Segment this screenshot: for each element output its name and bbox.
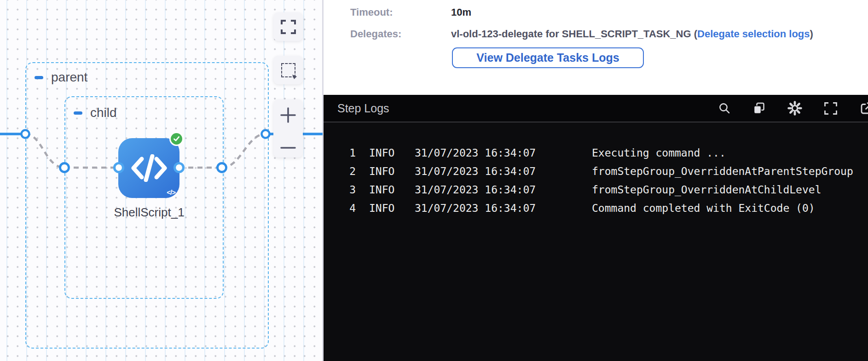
collapse-child-icon[interactable]	[74, 111, 82, 115]
log-message: Command completed with ExitCode (0)	[592, 199, 815, 217]
step-logs-console[interactable]: Step Logs	[324, 95, 868, 361]
parent-group-label: parent	[51, 70, 87, 85]
maximize-icon[interactable]	[823, 101, 838, 116]
search-icon[interactable]	[718, 102, 731, 115]
shellscript-step-node[interactable]: </>	[118, 138, 179, 198]
zoom-out-button[interactable]	[280, 146, 296, 150]
expand-icon	[280, 19, 296, 35]
step-logs-header: Step Logs	[324, 95, 868, 122]
delegates-row: Delegates: vl-old-123-delegate for SHELL…	[350, 28, 813, 40]
step-details-panel: Timeout: 10m Delegates: vl-old-123-deleg…	[324, 0, 868, 361]
marquee-icon	[281, 63, 295, 77]
copy-icon[interactable]	[752, 101, 766, 116]
log-line-number: 4	[344, 199, 356, 217]
log-message: fromStepGroup_OverriddenAtParentStepGrou…	[592, 162, 853, 180]
delegates-label: Delegates:	[350, 28, 451, 40]
open-in-new-icon[interactable]	[859, 101, 868, 116]
timeout-row: Timeout: 10m	[350, 6, 471, 18]
log-viewer[interactable]: 1 INFO 31/07/2023 16:34:07 Executing com…	[324, 122, 868, 217]
zoom-controls	[273, 99, 303, 157]
log-level: INFO	[369, 180, 395, 199]
node-label: ShellScript_1	[114, 205, 184, 220]
zoom-in-button[interactable]	[280, 107, 296, 123]
timeout-label: Timeout:	[350, 6, 451, 18]
log-row: 4 INFO 31/07/2023 16:34:07 Command compl…	[344, 199, 868, 217]
log-timestamp: 31/07/2023 16:34:07	[415, 144, 536, 162]
pipeline-canvas[interactable]: parent child	[0, 0, 323, 361]
delegates-value: vl-old-123-delegate for SHELL_SCRIPT_TAS…	[451, 28, 697, 40]
delegate-selection-logs-link[interactable]: Delegate selection logs	[697, 28, 810, 40]
marquee-select-button[interactable]	[273, 56, 303, 84]
log-message: fromStepGroup_OverriddenAtChildLevel	[592, 180, 822, 199]
step-logs-title: Step Logs	[337, 102, 389, 115]
log-timestamp: 31/07/2023 16:34:07	[415, 162, 536, 180]
log-level: INFO	[369, 162, 395, 180]
log-row: 1 INFO 31/07/2023 16:34:07 Executing com…	[344, 144, 868, 162]
log-level: INFO	[369, 199, 395, 217]
log-row: 2 INFO 31/07/2023 16:34:07 fromStepGroup…	[344, 162, 868, 180]
log-line-number: 3	[344, 180, 356, 199]
child-group-label: child	[90, 105, 117, 120]
delegates-suffix: )	[810, 28, 813, 40]
timeout-value: 10m	[451, 6, 471, 18]
canvas-fullscreen-button[interactable]	[273, 12, 303, 41]
log-timestamp: 31/07/2023 16:34:07	[415, 180, 536, 199]
log-level: INFO	[369, 144, 395, 162]
log-message: Executing command ...	[592, 144, 726, 162]
view-delegate-tasks-logs-button[interactable]: View Delegate Tasks Logs	[452, 47, 644, 68]
log-line-number: 2	[344, 162, 356, 180]
settings-icon[interactable]	[787, 101, 802, 116]
success-badge-icon	[169, 132, 184, 146]
pipeline-execution-screen: parent child	[0, 0, 868, 361]
console-toolbar	[718, 101, 868, 116]
log-timestamp: 31/07/2023 16:34:07	[415, 199, 536, 217]
shell-script-mini-icon: </>	[167, 188, 175, 196]
log-row: 3 INFO 31/07/2023 16:34:07 fromStepGroup…	[344, 180, 868, 199]
code-icon	[130, 154, 168, 182]
log-line-number: 1	[344, 144, 356, 162]
collapse-parent-icon[interactable]	[35, 76, 43, 79]
